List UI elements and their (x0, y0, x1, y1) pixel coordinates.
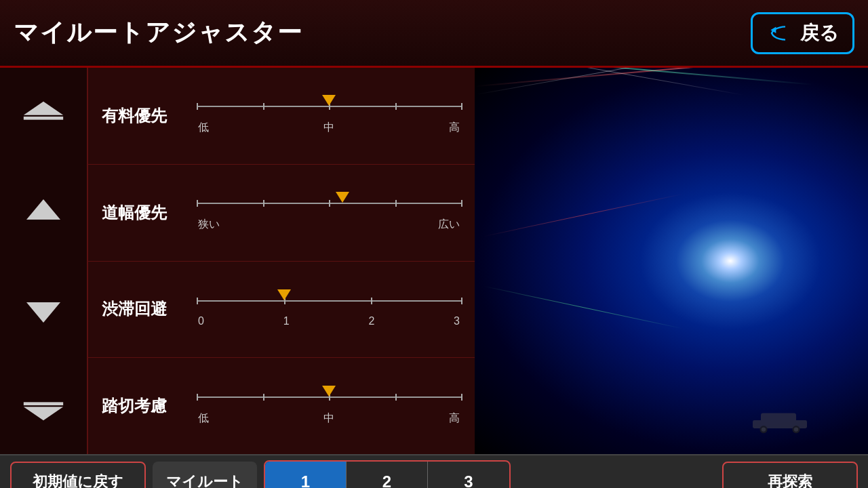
scroll-top-button[interactable] (16, 94, 71, 148)
slider-yuryou[interactable]: 低 中 高 (197, 96, 461, 135)
header: マイルートアジャスター 戻る (0, 0, 868, 68)
svg-rect-4 (24, 403, 63, 406)
svg-point-11 (794, 427, 798, 431)
reset-button-label: 初期値に戻す (33, 472, 123, 488)
route-button-3[interactable]: 3 (428, 462, 509, 488)
reset-button[interactable]: 初期値に戻す (10, 462, 146, 488)
slider-max-label: 高 (449, 121, 460, 135)
setting-row-dohaba: 道幅優先 狭い 広い (88, 165, 475, 262)
setting-label-yuryou: 有料優先 (102, 105, 183, 127)
myroute-label-container: マイルート (153, 462, 257, 488)
slider-0-label: 0 (198, 315, 204, 327)
svg-marker-2 (26, 199, 60, 220)
route-button-3-label: 3 (464, 472, 473, 488)
back-button[interactable]: 戻る (751, 12, 854, 54)
setting-label-fumikiri: 踏切考慮 (102, 395, 183, 417)
route-button-2[interactable]: 2 (347, 462, 428, 488)
bottom-bar: 初期値に戻す マイルート 1 2 3 再探索 (0, 454, 868, 488)
svg-rect-7 (761, 413, 796, 422)
svg-marker-0 (24, 102, 63, 115)
slider-mid-label: 中 (323, 121, 334, 135)
scroll-down-button[interactable] (16, 281, 71, 335)
research-button-label: 再探索 (768, 472, 812, 488)
setting-row-jutai: 渋滞回避 0 1 2 (88, 262, 475, 359)
tunnel-image (475, 68, 868, 454)
scroll-up-button[interactable] (16, 187, 71, 241)
route-group: 1 2 3 (264, 460, 511, 488)
setting-row-fumikiri: 踏切考慮 低 中 (88, 358, 475, 454)
slider-2-label: 2 (368, 315, 374, 327)
controls-panel: 有料優先 低 中 (0, 68, 475, 454)
slider-min-label: 低 (198, 121, 209, 135)
slider-min-label: 狭い (198, 218, 220, 232)
main-content: 有料優先 低 中 (0, 68, 868, 454)
slider-fumikiri[interactable]: 低 中 高 (197, 387, 461, 426)
svg-rect-1 (24, 117, 63, 120)
slider-1-label: 1 (283, 315, 290, 327)
slider-jutai[interactable]: 0 1 2 3 (197, 291, 461, 327)
slider-min-label: 低 (198, 411, 209, 426)
settings-rows: 有料優先 低 中 (88, 68, 475, 454)
slider-mid-label: 中 (323, 411, 334, 426)
scroll-bottom-button[interactable] (16, 373, 71, 428)
slider-max-label: 広い (438, 218, 460, 232)
setting-label-jutai: 渋滞回避 (102, 298, 183, 320)
page-title: マイルートアジャスター (14, 16, 303, 49)
slider-3-label: 3 (454, 315, 460, 327)
myroute-label: マイルート (166, 472, 243, 488)
car-silhouette (746, 407, 814, 434)
back-button-label: 戻る (800, 20, 839, 46)
route-button-1[interactable]: 1 (265, 462, 347, 488)
slider-dohaba[interactable]: 狭い 広い (197, 193, 461, 232)
route-button-1-label: 1 (301, 472, 310, 488)
route-button-2-label: 2 (382, 472, 391, 488)
slider-max-label: 高 (449, 411, 460, 426)
svg-marker-5 (24, 407, 63, 421)
research-button[interactable]: 再探索 (722, 462, 858, 488)
svg-marker-3 (26, 302, 60, 323)
setting-label-dohaba: 道幅優先 (102, 202, 183, 224)
back-arrow-icon (766, 20, 793, 47)
setting-row-yuryou: 有料優先 低 中 (88, 68, 475, 165)
svg-point-9 (762, 427, 766, 431)
arrow-column (0, 68, 88, 454)
